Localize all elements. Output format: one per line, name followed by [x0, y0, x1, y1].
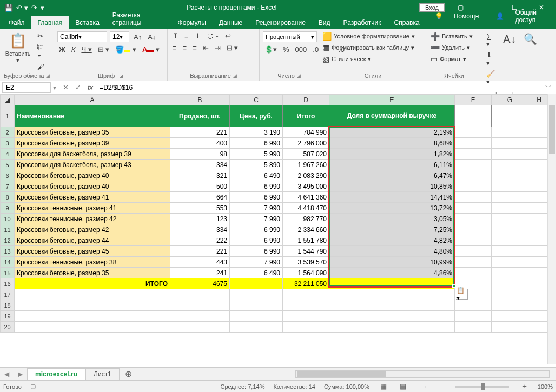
copy-icon[interactable]: ⿻ ▾ [36, 43, 50, 60]
cell-name[interactable]: Кроссовки беговые, размер 35 [15, 127, 170, 138]
format-painter-icon[interactable]: 🖌 [36, 62, 50, 71]
cell-share[interactable]: 6,47% [329, 170, 455, 181]
cell-price[interactable]: 7 990 [230, 214, 283, 224]
conditional-formatting-button[interactable]: 🟨Условное форматирование ▾ [322, 31, 415, 41]
zoom-level[interactable]: 100% [538, 383, 553, 390]
row-hdr[interactable]: 11 [1, 224, 15, 235]
cell-qty[interactable]: 241 [170, 268, 230, 278]
col-G[interactable]: G [492, 95, 528, 105]
font-name-combo[interactable]: Calibri ▾ [57, 31, 107, 42]
cell-price[interactable]: 5 990 [230, 149, 283, 160]
cell-total[interactable]: 3 495 000 [283, 181, 329, 192]
zoom-slider[interactable] [455, 386, 509, 388]
fill-color-icon[interactable]: 🪣 ▾ [114, 45, 138, 54]
cell-price[interactable]: 6 990 [230, 224, 283, 235]
cell-total[interactable]: 3 539 570 [283, 257, 329, 268]
find-select-button[interactable]: 🔍 [520, 31, 540, 46]
row-hdr[interactable]: 20 [1, 322, 15, 333]
cell-share[interactable]: 3,05% [329, 214, 455, 224]
row-hdr[interactable]: 15 [1, 268, 15, 278]
cell-share[interactable]: 4,80% [329, 246, 455, 257]
hdr-name[interactable]: Наименование [15, 105, 170, 127]
formula-input[interactable] [96, 83, 541, 92]
cut-icon[interactable]: ✂ [36, 31, 50, 41]
cell-total[interactable]: 1 564 090 [283, 268, 329, 278]
row-hdr[interactable]: 6 [1, 170, 15, 181]
tab-formulas[interactable]: Формулы [171, 16, 213, 29]
cell-name[interactable]: Кроссовки для баскетбола, размер 39 [15, 149, 170, 160]
cell-qty[interactable]: 123 [170, 214, 230, 224]
view-page-layout-icon[interactable]: ▤ [398, 382, 408, 390]
cell-name[interactable]: Кроссовки беговые, размер 41 [15, 192, 170, 203]
cell-name[interactable]: Кроссовки для баскетбола, размер 43 [15, 160, 170, 170]
cell-price[interactable]: 6 990 [230, 235, 283, 246]
row-hdr[interactable]: 10 [1, 214, 15, 224]
redo-icon[interactable]: ↷ [31, 4, 37, 12]
cancel-formula-icon[interactable]: ✕ [59, 83, 72, 91]
autosum-icon[interactable]: ∑ ▾ [485, 31, 497, 49]
cell-name[interactable]: Кроссовки беговые, размер 42 [15, 224, 170, 235]
decrease-font-icon[interactable]: A↓ [146, 32, 157, 42]
new-sheet-icon[interactable]: ⊕ [120, 369, 137, 379]
cell-total[interactable]: 2 796 000 [283, 138, 329, 149]
clipboard-launcher-icon[interactable]: ◢ [46, 73, 50, 78]
hdr-qty[interactable]: Продано, шт. [170, 105, 230, 127]
cell-share[interactable]: 6,11% [329, 160, 455, 170]
row-hdr[interactable]: 18 [1, 300, 15, 311]
number-format-combo[interactable]: Процентный▾ [263, 31, 317, 42]
cell-total[interactable]: 2 334 660 [283, 224, 329, 235]
align-top-icon[interactable]: ⤒ [171, 31, 180, 41]
cell-qty[interactable]: 221 [170, 246, 230, 257]
cell-total[interactable]: 587 020 [283, 149, 329, 160]
tab-file[interactable]: Файл [2, 16, 31, 29]
cell-total[interactable]: 4 418 470 [283, 203, 329, 214]
tab-page-layout[interactable]: Разметка страницы [106, 9, 171, 29]
namebox-dropdown-icon[interactable]: ▾ [53, 84, 59, 91]
cell-name[interactable]: Кроссовки теннисные, размер 41 [15, 203, 170, 214]
cell-total[interactable]: 1 551 780 [283, 235, 329, 246]
cell-price[interactable]: 7 990 [230, 203, 283, 214]
hdr-price[interactable]: Цена, руб. [230, 105, 283, 127]
font-color-icon[interactable]: А ▾ [141, 45, 161, 54]
paste-button[interactable]: 📋 Вставить ▾ [3, 31, 32, 64]
align-middle-icon[interactable]: ≡ [183, 31, 190, 41]
total-total[interactable]: 32 211 050 [283, 278, 329, 289]
sheet-tab-2[interactable]: Лист1 [85, 368, 120, 380]
expand-formula-icon[interactable]: ﹀ [541, 83, 556, 92]
paste-options-icon[interactable]: 📋▾ [456, 289, 468, 300]
alignment-launcher-icon[interactable]: ◢ [233, 73, 237, 78]
cell-qty[interactable]: 222 [170, 235, 230, 246]
percent-icon[interactable]: % [281, 45, 291, 54]
cell-qty[interactable]: 443 [170, 257, 230, 268]
vertical-scrollbar[interactable] [547, 94, 556, 364]
format-as-table-button[interactable]: ▦Форматировать как таблицу ▾ [322, 43, 414, 52]
tab-developer[interactable]: Разработчик [337, 16, 388, 29]
select-all[interactable]: ◢ [1, 95, 15, 105]
tab-home[interactable]: Главная [31, 16, 69, 29]
hdr-total[interactable]: Итого [283, 105, 329, 127]
cell-name[interactable]: Кроссовки теннисные, размер 38 [15, 257, 170, 268]
row-hdr[interactable]: 8 [1, 192, 15, 203]
zoom-in-icon[interactable]: + [520, 382, 529, 390]
row-1[interactable]: 1 [1, 105, 15, 127]
col-C[interactable]: C [230, 95, 283, 105]
col-A[interactable]: A [15, 95, 170, 105]
cell-qty[interactable]: 98 [170, 149, 230, 160]
horizontal-scrollbar[interactable] [295, 370, 550, 378]
cell-styles-button[interactable]: ▧Стили ячеек ▾ [322, 54, 371, 64]
align-center-icon[interactable]: ≡ [181, 43, 189, 52]
cell-total[interactable]: 1 544 790 [283, 246, 329, 257]
font-launcher-icon[interactable]: ◢ [120, 73, 123, 78]
share-button[interactable]: 👤Общий доступ [487, 3, 552, 29]
sort-filter-button[interactable]: A↓ [500, 32, 519, 46]
cell-share[interactable]: 7,25% [329, 224, 455, 235]
cell-name[interactable]: Кроссовки беговые, размер 35 [15, 268, 170, 278]
cell-price[interactable]: 6 490 [230, 268, 283, 278]
cell-price[interactable]: 6 490 [230, 170, 283, 181]
cell-share[interactable]: 8,68% [329, 138, 455, 149]
row-hdr[interactable]: 9 [1, 203, 15, 214]
cell-share[interactable]: 13,72% [329, 203, 455, 214]
fill-handle[interactable] [452, 284, 455, 288]
tab-help[interactable]: Справка [388, 16, 426, 29]
tab-insert[interactable]: Вставка [69, 16, 106, 29]
